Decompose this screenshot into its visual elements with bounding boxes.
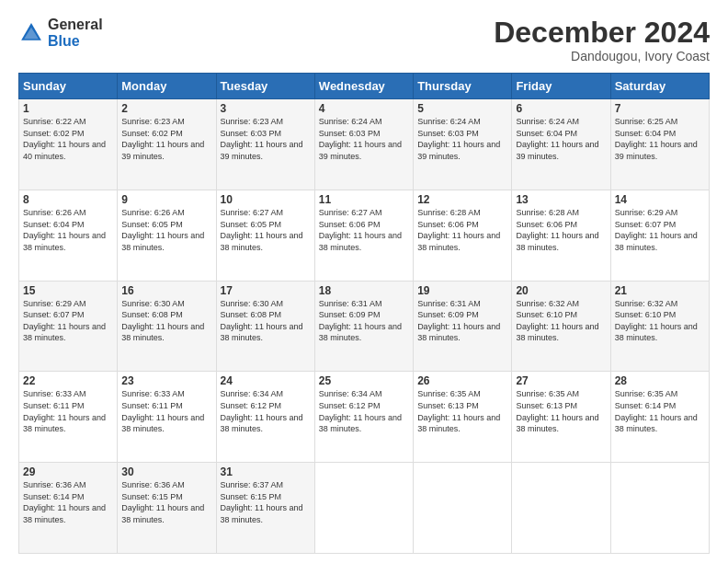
day-number: 1: [23, 102, 113, 115]
subtitle: Dandougou, Ivory Coast: [494, 49, 710, 63]
table-row: 20Sunrise: 6:32 AMSunset: 6:10 PMDayligh…: [512, 281, 610, 372]
table-row: 18Sunrise: 6:31 AMSunset: 6:09 PMDayligh…: [314, 281, 413, 372]
day-info: Sunrise: 6:27 AMSunset: 6:05 PMDaylight:…: [221, 208, 303, 252]
day-info: Sunrise: 6:28 AMSunset: 6:06 PMDaylight:…: [417, 208, 500, 252]
day-info: Sunrise: 6:23 AMSunset: 6:03 PMDaylight:…: [221, 117, 303, 161]
day-number: 27: [516, 374, 606, 387]
table-row: 9Sunrise: 6:26 AMSunset: 6:05 PMDaylight…: [118, 190, 216, 281]
calendar-row: 22Sunrise: 6:33 AMSunset: 6:11 PMDayligh…: [19, 372, 710, 463]
logo-text: General Blue: [48, 17, 103, 49]
day-info: Sunrise: 6:31 AMSunset: 6:09 PMDaylight:…: [319, 299, 402, 343]
calendar-row: 1Sunrise: 6:22 AMSunset: 6:02 PMDaylight…: [19, 99, 710, 190]
day-number: 25: [319, 374, 409, 387]
day-info: Sunrise: 6:28 AMSunset: 6:06 PMDaylight:…: [516, 208, 598, 252]
table-row: 29Sunrise: 6:36 AMSunset: 6:14 PMDayligh…: [19, 463, 118, 554]
page: General Blue December 2024 Dandougou, Iv…: [0, 0, 728, 563]
table-row: 26Sunrise: 6:35 AMSunset: 6:13 PMDayligh…: [414, 372, 512, 463]
table-row: [512, 463, 610, 554]
table-row: 12Sunrise: 6:28 AMSunset: 6:06 PMDayligh…: [414, 190, 512, 281]
day-number: 6: [516, 102, 606, 115]
day-number: 14: [615, 193, 705, 206]
table-row: 11Sunrise: 6:27 AMSunset: 6:06 PMDayligh…: [314, 190, 413, 281]
day-info: Sunrise: 6:22 AMSunset: 6:02 PMDaylight:…: [23, 117, 106, 161]
day-info: Sunrise: 6:33 AMSunset: 6:11 PMDaylight:…: [121, 389, 204, 433]
table-row: 21Sunrise: 6:32 AMSunset: 6:10 PMDayligh…: [610, 281, 709, 372]
main-title: December 2024: [494, 17, 710, 49]
col-saturday: Saturday: [610, 74, 709, 99]
col-monday: Monday: [118, 74, 216, 99]
table-row: 1Sunrise: 6:22 AMSunset: 6:02 PMDaylight…: [19, 99, 118, 190]
day-number: 4: [319, 102, 409, 115]
day-number: 21: [615, 284, 705, 297]
day-info: Sunrise: 6:25 AMSunset: 6:04 PMDaylight:…: [615, 117, 698, 161]
day-info: Sunrise: 6:23 AMSunset: 6:02 PMDaylight:…: [121, 117, 204, 161]
day-number: 19: [417, 284, 507, 297]
table-row: 24Sunrise: 6:34 AMSunset: 6:12 PMDayligh…: [216, 372, 314, 463]
logo: General Blue: [18, 17, 103, 49]
day-info: Sunrise: 6:31 AMSunset: 6:09 PMDaylight:…: [417, 299, 500, 343]
logo-blue: Blue: [48, 33, 103, 50]
day-number: 3: [221, 102, 311, 115]
col-wednesday: Wednesday: [314, 74, 413, 99]
day-info: Sunrise: 6:30 AMSunset: 6:08 PMDaylight:…: [121, 299, 204, 343]
table-row: 27Sunrise: 6:35 AMSunset: 6:13 PMDayligh…: [512, 372, 610, 463]
calendar-row: 8Sunrise: 6:26 AMSunset: 6:04 PMDaylight…: [19, 190, 710, 281]
day-info: Sunrise: 6:26 AMSunset: 6:05 PMDaylight:…: [121, 208, 204, 252]
day-info: Sunrise: 6:24 AMSunset: 6:03 PMDaylight:…: [417, 117, 500, 161]
day-number: 29: [23, 465, 113, 478]
day-number: 15: [23, 284, 113, 297]
table-row: 17Sunrise: 6:30 AMSunset: 6:08 PMDayligh…: [216, 281, 314, 372]
day-info: Sunrise: 6:33 AMSunset: 6:11 PMDaylight:…: [23, 389, 106, 433]
table-row: [610, 463, 709, 554]
table-row: 14Sunrise: 6:29 AMSunset: 6:07 PMDayligh…: [610, 190, 709, 281]
header: General Blue December 2024 Dandougou, Iv…: [18, 17, 710, 63]
day-number: 11: [319, 193, 409, 206]
day-number: 23: [121, 374, 211, 387]
day-number: 12: [417, 193, 507, 206]
day-info: Sunrise: 6:29 AMSunset: 6:07 PMDaylight:…: [615, 208, 698, 252]
day-number: 24: [221, 374, 311, 387]
day-number: 8: [23, 193, 113, 206]
day-info: Sunrise: 6:35 AMSunset: 6:13 PMDaylight:…: [417, 389, 500, 433]
table-row: 4Sunrise: 6:24 AMSunset: 6:03 PMDaylight…: [314, 99, 413, 190]
table-row: 7Sunrise: 6:25 AMSunset: 6:04 PMDaylight…: [610, 99, 709, 190]
day-number: 22: [23, 374, 113, 387]
table-row: 16Sunrise: 6:30 AMSunset: 6:08 PMDayligh…: [118, 281, 216, 372]
col-thursday: Thursday: [414, 74, 512, 99]
day-info: Sunrise: 6:30 AMSunset: 6:08 PMDaylight:…: [221, 299, 303, 343]
day-info: Sunrise: 6:24 AMSunset: 6:03 PMDaylight:…: [319, 117, 402, 161]
day-info: Sunrise: 6:26 AMSunset: 6:04 PMDaylight:…: [23, 208, 106, 252]
calendar-table: Sunday Monday Tuesday Wednesday Thursday…: [18, 73, 710, 554]
day-number: 2: [121, 102, 211, 115]
day-number: 20: [516, 284, 606, 297]
table-row: 5Sunrise: 6:24 AMSunset: 6:03 PMDaylight…: [414, 99, 512, 190]
logo-icon: [18, 20, 44, 46]
day-number: 5: [417, 102, 507, 115]
day-info: Sunrise: 6:37 AMSunset: 6:15 PMDaylight:…: [221, 480, 303, 524]
table-row: 23Sunrise: 6:33 AMSunset: 6:11 PMDayligh…: [118, 372, 216, 463]
day-info: Sunrise: 6:36 AMSunset: 6:14 PMDaylight:…: [23, 480, 106, 524]
title-section: December 2024 Dandougou, Ivory Coast: [494, 17, 710, 63]
table-row: 13Sunrise: 6:28 AMSunset: 6:06 PMDayligh…: [512, 190, 610, 281]
table-row: 28Sunrise: 6:35 AMSunset: 6:14 PMDayligh…: [610, 372, 709, 463]
day-info: Sunrise: 6:36 AMSunset: 6:15 PMDaylight:…: [121, 480, 204, 524]
day-number: 10: [221, 193, 311, 206]
day-number: 28: [615, 374, 705, 387]
day-number: 17: [221, 284, 311, 297]
table-row: 10Sunrise: 6:27 AMSunset: 6:05 PMDayligh…: [216, 190, 314, 281]
table-row: 2Sunrise: 6:23 AMSunset: 6:02 PMDaylight…: [118, 99, 216, 190]
day-info: Sunrise: 6:29 AMSunset: 6:07 PMDaylight:…: [23, 299, 106, 343]
table-row: 3Sunrise: 6:23 AMSunset: 6:03 PMDaylight…: [216, 99, 314, 190]
day-number: 26: [417, 374, 507, 387]
table-row: 15Sunrise: 6:29 AMSunset: 6:07 PMDayligh…: [19, 281, 118, 372]
day-info: Sunrise: 6:27 AMSunset: 6:06 PMDaylight:…: [319, 208, 402, 252]
table-row: 25Sunrise: 6:34 AMSunset: 6:12 PMDayligh…: [314, 372, 413, 463]
day-info: Sunrise: 6:35 AMSunset: 6:13 PMDaylight:…: [516, 389, 598, 433]
table-row: 6Sunrise: 6:24 AMSunset: 6:04 PMDaylight…: [512, 99, 610, 190]
table-row: [314, 463, 413, 554]
day-number: 7: [615, 102, 705, 115]
day-info: Sunrise: 6:35 AMSunset: 6:14 PMDaylight:…: [615, 389, 698, 433]
col-tuesday: Tuesday: [216, 74, 314, 99]
day-number: 31: [221, 465, 311, 478]
table-row: 8Sunrise: 6:26 AMSunset: 6:04 PMDaylight…: [19, 190, 118, 281]
